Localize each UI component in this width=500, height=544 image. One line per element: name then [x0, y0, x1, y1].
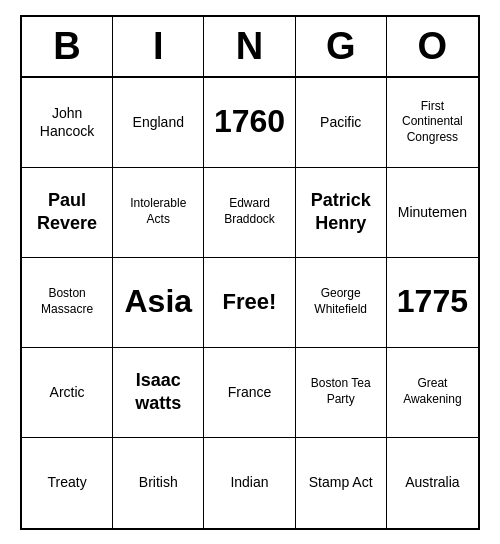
header-letter-i: I — [113, 17, 204, 76]
bingo-cell-13: George Whitefield — [296, 258, 387, 348]
bingo-cell-4: First Continental Congress — [387, 78, 478, 168]
bingo-cell-6: Intolerable Acts — [113, 168, 204, 258]
bingo-cell-1: England — [113, 78, 204, 168]
header-letter-n: N — [204, 17, 295, 76]
bingo-cell-17: France — [204, 348, 295, 438]
bingo-grid: John HancockEngland1760PacificFirst Cont… — [22, 78, 478, 528]
bingo-cell-22: Indian — [204, 438, 295, 528]
bingo-cell-24: Australia — [387, 438, 478, 528]
bingo-cell-19: Great Awakening — [387, 348, 478, 438]
bingo-card: BINGO John HancockEngland1760PacificFirs… — [20, 15, 480, 530]
bingo-header: BINGO — [22, 17, 478, 78]
bingo-cell-10: Boston Massacre — [22, 258, 113, 348]
bingo-cell-20: Treaty — [22, 438, 113, 528]
bingo-cell-2: 1760 — [204, 78, 295, 168]
bingo-cell-11: Asia — [113, 258, 204, 348]
bingo-cell-8: Patrick Henry — [296, 168, 387, 258]
header-letter-g: G — [296, 17, 387, 76]
bingo-cell-21: British — [113, 438, 204, 528]
bingo-cell-5: Paul Revere — [22, 168, 113, 258]
bingo-cell-0: John Hancock — [22, 78, 113, 168]
bingo-cell-3: Pacific — [296, 78, 387, 168]
bingo-cell-23: Stamp Act — [296, 438, 387, 528]
bingo-cell-7: Edward Braddock — [204, 168, 295, 258]
bingo-cell-16: Isaac watts — [113, 348, 204, 438]
header-letter-o: O — [387, 17, 478, 76]
bingo-cell-14: 1775 — [387, 258, 478, 348]
bingo-cell-18: Boston Tea Party — [296, 348, 387, 438]
bingo-cell-9: Minutemen — [387, 168, 478, 258]
bingo-cell-12: Free! — [204, 258, 295, 348]
bingo-cell-15: Arctic — [22, 348, 113, 438]
header-letter-b: B — [22, 17, 113, 76]
